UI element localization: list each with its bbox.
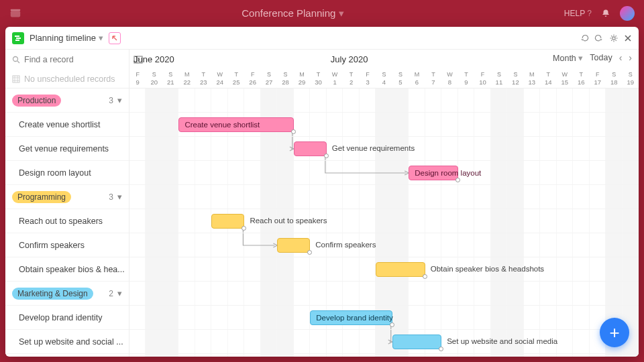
day-header: S19 <box>623 68 639 88</box>
svg-rect-4 <box>15 40 19 41</box>
dependency-handle-icon[interactable] <box>390 322 394 327</box>
gantt-bar[interactable] <box>392 335 441 349</box>
task-row[interactable]: Develop brand identity <box>5 306 129 330</box>
day-header: S28 <box>277 68 293 88</box>
dependency-handle-icon[interactable] <box>291 129 296 134</box>
group-header[interactable]: Marketing & Design2▾ <box>5 282 129 306</box>
prev-period-icon[interactable]: ‹ <box>619 52 623 63</box>
gantt-bar-label: Get venue requirements <box>332 144 415 152</box>
day-header: T23 <box>195 68 211 88</box>
group-header[interactable]: Programming3▾ <box>5 185 129 209</box>
grid-icon <box>12 75 20 83</box>
day-header: W15 <box>557 68 573 88</box>
gantt-bar-label: Reach out to speakers <box>250 217 327 225</box>
task-row[interactable]: Confirm speakers <box>5 233 129 257</box>
day-header: T30 <box>310 68 326 88</box>
app-topbar: Conference Planning ▾ HELP ? <box>0 0 644 27</box>
search-row <box>5 50 129 70</box>
user-avatar[interactable] <box>620 6 635 21</box>
day-header: W8 <box>441 68 458 88</box>
day-header: S27 <box>261 68 277 88</box>
gantt-bar[interactable]: Create venue shortlist <box>178 117 293 132</box>
day-header: S5 <box>392 68 409 88</box>
month-label: June 2020 <box>133 54 174 64</box>
day-header: M13 <box>524 68 540 88</box>
day-header: S20 <box>146 68 162 88</box>
day-header: T9 <box>458 68 474 88</box>
scale-select[interactable]: Month ▾ <box>553 53 583 63</box>
day-header: M6 <box>409 68 425 88</box>
day-header: M22 <box>178 68 195 88</box>
dependency-handle-icon[interactable] <box>423 274 427 279</box>
settings-icon[interactable] <box>609 34 619 43</box>
gantt-bar-label: Set up website and social media <box>447 337 557 345</box>
svg-point-6 <box>13 57 18 62</box>
gantt-bar[interactable] <box>211 214 244 229</box>
day-header: S12 <box>507 68 523 88</box>
svg-rect-0 <box>11 11 20 17</box>
gantt-bar[interactable] <box>376 262 425 277</box>
sidebar: No unscheduled records Production3▾Creat… <box>5 50 129 357</box>
day-header: T25 <box>228 68 244 88</box>
task-row[interactable]: Get venue requirements <box>5 137 129 161</box>
notifications-icon[interactable] <box>601 9 610 18</box>
gantt-bar[interactable]: Design room layout <box>409 166 458 180</box>
day-header: F17 <box>590 68 606 88</box>
gantt-bar[interactable] <box>294 141 327 156</box>
svg-rect-2 <box>15 36 19 37</box>
panel-header: Planning timeline ▾ <box>5 27 639 50</box>
open-external-icon[interactable] <box>109 32 121 44</box>
day-header: T2 <box>343 68 359 88</box>
dependency-handle-icon[interactable] <box>455 178 460 182</box>
day-header: T16 <box>573 68 589 88</box>
task-row[interactable]: Design room layout <box>5 161 129 185</box>
dependency-handle-icon[interactable] <box>324 154 329 158</box>
day-header: T14 <box>540 68 556 88</box>
day-header: F26 <box>244 68 260 88</box>
day-header: S11 <box>491 68 507 88</box>
gantt-bar-label: Confirm speakers <box>315 241 376 249</box>
day-header: W1 <box>327 68 343 88</box>
unscheduled-row[interactable]: No unscheduled records <box>5 70 129 88</box>
day-header: F9 <box>129 68 146 88</box>
svg-rect-1 <box>11 9 20 11</box>
month-label: July 2020 <box>331 54 368 64</box>
gantt-bar-label: Obtain speaker bios & headshots <box>431 265 544 273</box>
timeline-view-icon[interactable] <box>12 32 24 44</box>
next-period-icon[interactable]: › <box>629 52 632 63</box>
task-row[interactable]: Reach out to speakers <box>5 209 129 233</box>
day-header: S21 <box>162 68 178 88</box>
timeline-grid: June 2020July 2020 Month ▾ Today ‹ › F9S… <box>129 50 639 357</box>
task-row[interactable]: Obtain speaker bios & hea... <box>5 257 129 282</box>
day-header: F3 <box>360 68 376 88</box>
base-title[interactable]: Conference Planning ▾ <box>21 7 564 19</box>
day-header: S4 <box>376 68 392 88</box>
search-input[interactable] <box>24 55 129 64</box>
day-header: F10 <box>474 68 490 88</box>
add-record-button[interactable]: + <box>600 318 629 347</box>
app-logo-icon[interactable] <box>9 7 21 19</box>
close-icon[interactable] <box>624 34 632 42</box>
svg-rect-8 <box>13 76 19 82</box>
day-header: W24 <box>211 68 227 88</box>
svg-point-5 <box>612 36 615 39</box>
task-row[interactable]: Set up website and social ... <box>5 330 129 354</box>
day-header: T7 <box>425 68 441 88</box>
undo-icon[interactable] <box>580 34 589 43</box>
gantt-bar[interactable]: Develop brand identity <box>310 310 392 325</box>
search-icon[interactable] <box>12 56 20 64</box>
today-button[interactable]: Today <box>590 53 612 62</box>
timeline-panel: Planning timeline ▾ No unscheduled recor… <box>5 27 639 357</box>
unscheduled-label: No unscheduled records <box>24 74 115 84</box>
day-header: M29 <box>294 68 310 88</box>
help-link[interactable]: HELP ? <box>564 9 592 18</box>
group-header[interactable]: Production3▾ <box>5 88 129 113</box>
day-header: S18 <box>606 68 622 88</box>
view-name[interactable]: Planning timeline ▾ <box>30 33 103 43</box>
gantt-bar[interactable] <box>277 238 310 253</box>
redo-icon[interactable] <box>594 34 604 43</box>
svg-rect-3 <box>16 38 21 39</box>
task-row[interactable]: Create venue shortlist <box>5 113 129 137</box>
